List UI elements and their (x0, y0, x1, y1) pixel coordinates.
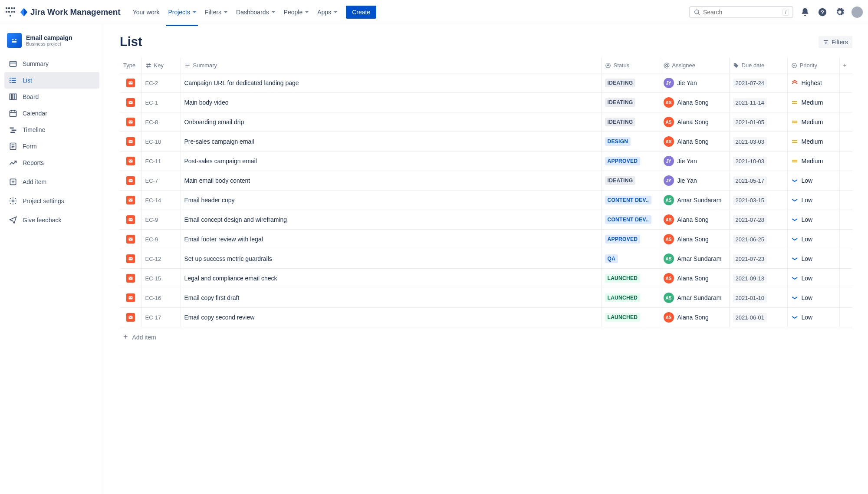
status-badge[interactable]: DESIGN (605, 137, 631, 146)
priority-cell[interactable]: Low (791, 177, 836, 184)
table-row[interactable]: EC-9Email footer review with legalAPPROV… (120, 230, 852, 249)
status-badge[interactable]: IDEATING (605, 118, 636, 126)
due-date[interactable]: 2021-11-14 (733, 98, 767, 107)
due-date[interactable]: 2021-07-23 (733, 254, 767, 263)
assignee-cell[interactable]: ASAlana Song (664, 234, 726, 244)
priority-cell[interactable]: Medium (791, 138, 836, 145)
col-header-priority[interactable]: Priority (787, 58, 839, 73)
assignee-cell[interactable]: JYJie Yan (664, 78, 726, 88)
issue-summary[interactable]: Campaign URL for dedicated landing page (181, 73, 601, 93)
profile-avatar[interactable] (852, 7, 863, 18)
status-badge[interactable]: CONTENT DEV.. (605, 196, 651, 204)
table-row[interactable]: EC-2Campaign URL for dedicated landing p… (120, 73, 852, 93)
table-row[interactable]: EC-12Set up success metric guardrailsQAA… (120, 249, 852, 269)
priority-cell[interactable]: Medium (791, 119, 836, 125)
assignee-cell[interactable]: ASAmar Sundaram (664, 195, 726, 205)
issue-summary[interactable]: Onboarding email drip (181, 112, 601, 132)
col-header-assignee[interactable]: Assignee (660, 58, 729, 73)
sidebar-item-project-settings[interactable]: Project settings (4, 193, 99, 209)
assignee-cell[interactable]: ASAlana Song (664, 214, 726, 225)
create-button[interactable]: Create (346, 6, 376, 19)
assignee-cell[interactable]: ASAlana Song (664, 97, 726, 108)
assignee-cell[interactable]: JYJie Yan (664, 175, 726, 186)
priority-cell[interactable]: Low (791, 314, 836, 321)
issue-summary[interactable]: Post-sales campaign email (181, 151, 601, 171)
priority-cell[interactable]: Medium (791, 99, 836, 106)
priority-cell[interactable]: Medium (791, 158, 836, 165)
sidebar-item-reports[interactable]: Reports (4, 155, 99, 171)
status-badge[interactable]: LAUNCHED (605, 293, 641, 302)
sidebar-item-timeline[interactable]: Timeline (4, 122, 99, 138)
status-badge[interactable]: IDEATING (605, 176, 636, 185)
search-input[interactable] (703, 9, 780, 16)
status-badge[interactable]: IDEATING (605, 98, 636, 107)
status-badge[interactable]: APPROVED (605, 157, 641, 165)
priority-cell[interactable]: Low (791, 255, 836, 262)
table-row[interactable]: EC-16Email copy first draftLAUNCHEDASAma… (120, 288, 852, 308)
status-badge[interactable]: CONTENT DEV.. (605, 215, 651, 224)
col-header-type[interactable]: Type (120, 58, 141, 73)
status-badge[interactable]: APPROVED (605, 235, 641, 244)
nav-item-people[interactable]: People (280, 6, 312, 18)
issue-summary[interactable]: Pre-sales campaign email (181, 132, 601, 151)
assignee-cell[interactable]: JYJie Yan (664, 156, 726, 166)
status-badge[interactable]: QA (605, 254, 618, 263)
col-header-key[interactable]: Key (141, 58, 181, 73)
assignee-cell[interactable]: ASAmar Sundaram (664, 293, 726, 303)
nav-item-your-work[interactable]: Your work (129, 6, 163, 18)
priority-cell[interactable]: Low (791, 216, 836, 223)
sidebar-item-list[interactable]: List (4, 72, 99, 89)
table-row[interactable]: EC-8Onboarding email dripIDEATINGASAlana… (120, 112, 852, 132)
help-icon[interactable]: ? (817, 7, 828, 18)
table-row[interactable]: EC-14Email header copyCONTENT DEV..ASAma… (120, 191, 852, 210)
table-row[interactable]: EC-10Pre-sales campaign emailDESIGNASAla… (120, 132, 852, 151)
due-date[interactable]: 2021-06-25 (733, 235, 767, 244)
notifications-icon[interactable] (799, 7, 811, 18)
due-date[interactable]: 2021-07-28 (733, 215, 767, 224)
project-header[interactable]: Email campaign Business project (4, 33, 99, 56)
sidebar-item-form[interactable]: Form (4, 138, 99, 155)
table-row[interactable]: EC-7Main email body contentIDEATINGJYJie… (120, 171, 852, 191)
priority-cell[interactable]: Low (791, 197, 836, 204)
sidebar-item-give-feedback[interactable]: Give feedback (4, 212, 99, 228)
col-header-due[interactable]: Due date (729, 58, 787, 73)
sidebar-item-calendar[interactable]: Calendar (4, 105, 99, 122)
assignee-cell[interactable]: ASAlana Song (664, 117, 726, 127)
issue-summary[interactable]: Email copy second review (181, 308, 601, 327)
due-date[interactable]: 2021-03-15 (733, 196, 767, 205)
table-row[interactable]: EC-1Main body videoIDEATINGASAlana Song2… (120, 93, 852, 112)
table-row[interactable]: EC-11Post-sales campaign emailAPPROVEDJY… (120, 151, 852, 171)
assignee-cell[interactable]: ASAlana Song (664, 136, 726, 147)
issue-summary[interactable]: Main body video (181, 93, 601, 112)
add-column-button[interactable]: + (839, 58, 852, 73)
app-switcher-icon[interactable] (5, 7, 16, 17)
table-row[interactable]: EC-17Email copy second reviewLAUNCHEDASA… (120, 308, 852, 327)
issue-summary[interactable]: Email copy first draft (181, 288, 601, 308)
assignee-cell[interactable]: ASAmar Sundaram (664, 254, 726, 264)
assignee-cell[interactable]: ASAlana Song (664, 312, 726, 323)
priority-cell[interactable]: Low (791, 236, 836, 243)
due-date[interactable]: 2021-01-10 (733, 293, 767, 303)
table-row[interactable]: EC-9Email concept design and wireframing… (120, 210, 852, 230)
due-date[interactable]: 2021-07-24 (733, 79, 767, 88)
due-date[interactable]: 2021-03-03 (733, 137, 767, 146)
issue-summary[interactable]: Email header copy (181, 191, 601, 210)
add-item-button[interactable]: + Add item (120, 327, 852, 347)
status-badge[interactable]: LAUNCHED (605, 274, 641, 283)
nav-item-filters[interactable]: Filters (201, 6, 231, 18)
issue-summary[interactable]: Email concept design and wireframing (181, 210, 601, 230)
nav-item-dashboards[interactable]: Dashboards (233, 6, 279, 18)
priority-cell[interactable]: Highest (791, 79, 836, 86)
due-date[interactable]: 2021-05-17 (733, 176, 767, 185)
logo[interactable]: Jira Work Management (19, 7, 121, 17)
due-date[interactable]: 2021-06-01 (733, 313, 767, 322)
sidebar-item-add-item[interactable]: Add item (4, 174, 99, 190)
due-date[interactable]: 2021-09-13 (733, 274, 767, 283)
priority-cell[interactable]: Low (791, 275, 836, 282)
col-header-status[interactable]: Status (601, 58, 660, 73)
due-date[interactable]: 2021-10-03 (733, 157, 767, 166)
issue-summary[interactable]: Email footer review with legal (181, 230, 601, 249)
priority-cell[interactable]: Low (791, 294, 836, 301)
nav-item-apps[interactable]: Apps (314, 6, 341, 18)
col-header-summary[interactable]: Summary (181, 58, 601, 73)
